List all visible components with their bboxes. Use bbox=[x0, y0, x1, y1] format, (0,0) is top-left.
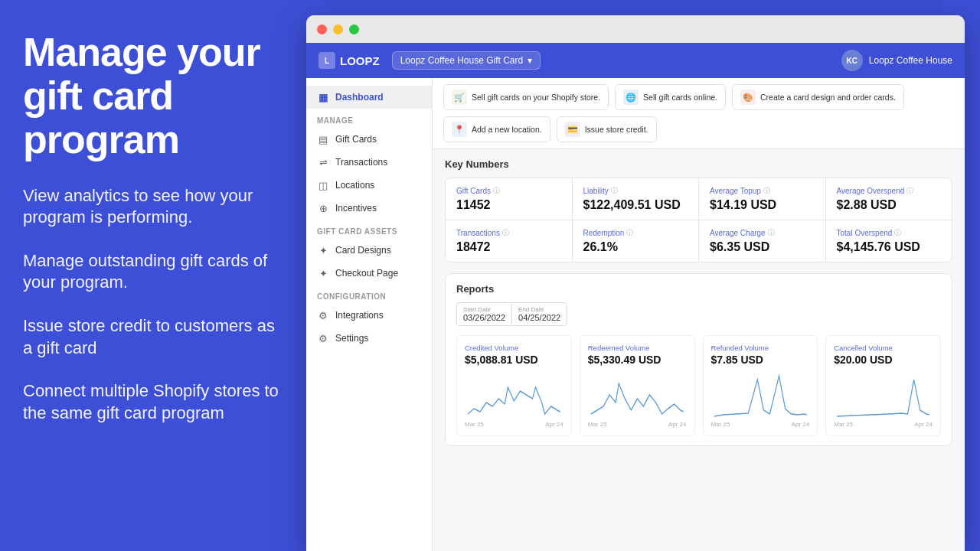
main-layout: ▦ Dashboard Manage ▤ Gift Cards ⇌ Transa… bbox=[306, 78, 965, 551]
kn-value: $2.88 USD bbox=[837, 198, 942, 212]
kn-avg-charge: Average Charge ⓘ $6.35 USD bbox=[699, 220, 825, 262]
kn-label: Redemption ⓘ bbox=[583, 228, 688, 238]
action-btn-label: Sell gift cards online. bbox=[643, 93, 717, 102]
chart-labels: Mar 25 Apr 24 bbox=[465, 421, 564, 428]
kn-value: $4,145.76 USD bbox=[837, 240, 942, 254]
close-dot[interactable] bbox=[317, 24, 327, 34]
sidebar-section-assets: Gift Card Assets bbox=[306, 220, 432, 239]
chart-cancelled-volume: Cancelled Volume $20.00 USD Mar 25 bbox=[825, 335, 941, 436]
kn-label: Gift Cards ⓘ bbox=[456, 186, 561, 196]
issue-credit-button[interactable]: 💳 Issue store credit. bbox=[557, 116, 657, 142]
sidebar-section-manage: Manage bbox=[306, 109, 432, 128]
chart-labels: Mar 25 Apr 24 bbox=[588, 421, 687, 428]
sidebar-item-settings[interactable]: ⚙ Settings bbox=[306, 327, 432, 350]
chart-area bbox=[711, 372, 810, 418]
reports-section: Reports Start Date 03/26/2022 End Date 0… bbox=[445, 273, 952, 446]
avatar: KC bbox=[841, 50, 863, 71]
sell-online-button[interactable]: 🌐 Sell gift cards online. bbox=[615, 84, 726, 110]
feature-item-4: Connect multiple Shopify stores to the s… bbox=[23, 380, 283, 424]
kn-label: Average Overspend ⓘ bbox=[837, 186, 942, 196]
chart-value: $5,088.81 USD bbox=[465, 354, 564, 366]
key-numbers-grid: Gift Cards ⓘ 11452 Liability ⓘ $1 bbox=[445, 178, 952, 262]
start-date-input[interactable]: Start Date 03/26/2022 bbox=[456, 302, 511, 326]
chart-label-left: Mar 25 bbox=[465, 421, 484, 428]
locations-icon: ◫ bbox=[317, 179, 329, 191]
feature-list: View analytics to see how your program i… bbox=[23, 185, 283, 425]
kn-liability: Liability ⓘ $122,409.51 USD bbox=[573, 178, 699, 220]
sidebar-item-label: Checkout Page bbox=[335, 268, 398, 279]
key-numbers-title: Key Numbers bbox=[445, 158, 952, 170]
kn-avg-topup: Average Topup ⓘ $14.19 USD bbox=[699, 178, 825, 220]
left-panel: Manage your gift card program View analy… bbox=[0, 0, 306, 551]
sidebar-item-label: Card Designs bbox=[335, 245, 391, 256]
start-date-value: 03/26/2022 bbox=[463, 313, 505, 322]
kn-gift-cards: Gift Cards ⓘ 11452 bbox=[446, 178, 572, 220]
kn-value: 26.1% bbox=[583, 240, 688, 254]
chart-title: Redeemed Volume bbox=[588, 344, 687, 352]
sidebar-item-locations[interactable]: ◫ Locations bbox=[306, 174, 432, 197]
transactions-icon: ⇌ bbox=[317, 156, 329, 168]
end-date-input[interactable]: End Date 04/25/2022 bbox=[511, 302, 567, 326]
create-design-button[interactable]: 🎨 Create a card design and order cards. bbox=[732, 84, 904, 110]
logo-area: L LOOPZ bbox=[318, 52, 380, 69]
right-panel: L LOOPZ Loopz Coffee House Gift Card ▾ K… bbox=[306, 0, 980, 551]
chart-label-left: Mar 25 bbox=[588, 421, 607, 428]
feature-item-3: Issue store credit to customers as a gif… bbox=[23, 315, 283, 359]
action-buttons-row: 🛒 Sell gift cards on your Shopify store.… bbox=[433, 78, 965, 149]
sidebar-item-dashboard[interactable]: ▦ Dashboard bbox=[306, 86, 432, 109]
sidebar-item-transactions[interactable]: ⇌ Transactions bbox=[306, 151, 432, 174]
dashboard-content: Key Numbers Gift Cards ⓘ 11452 bbox=[433, 149, 965, 455]
logo-icon: L bbox=[318, 52, 335, 69]
sidebar-item-checkout[interactable]: ✦ Checkout Page bbox=[306, 262, 432, 285]
action-btn-label: Issue store credit. bbox=[585, 125, 648, 134]
add-location-button[interactable]: 📍 Add a new location. bbox=[443, 116, 550, 142]
sell-shopify-button[interactable]: 🛒 Sell gift cards on your Shopify store. bbox=[443, 84, 609, 110]
sidebar-item-label: Locations bbox=[335, 180, 374, 191]
charts-grid: Credited Volume $5,088.81 USD Mar 25 bbox=[456, 335, 941, 436]
chart-label-right: Apr 24 bbox=[914, 421, 933, 428]
settings-icon: ⚙ bbox=[317, 332, 329, 344]
kn-value: $122,409.51 USD bbox=[583, 198, 688, 212]
chart-value: $7.85 USD bbox=[711, 354, 810, 366]
kn-value: $6.35 USD bbox=[710, 240, 815, 254]
maximize-dot[interactable] bbox=[349, 24, 359, 34]
chart-labels: Mar 25 Apr 24 bbox=[834, 421, 933, 428]
chart-label-right: Apr 24 bbox=[545, 421, 564, 428]
integrations-icon: ⚙ bbox=[317, 309, 329, 321]
store-selector[interactable]: Loopz Coffee House Gift Card ▾ bbox=[392, 51, 541, 70]
end-date-label: End Date bbox=[518, 306, 560, 313]
chart-area bbox=[834, 372, 933, 418]
sidebar-item-label: Incentives bbox=[335, 203, 377, 214]
sidebar-item-integrations[interactable]: ⚙ Integrations bbox=[306, 304, 432, 327]
chart-refunded-volume: Refunded Volume $7.85 USD Mar 25 bbox=[703, 335, 818, 436]
kn-value: $14.19 USD bbox=[710, 198, 815, 212]
dropdown-icon: ▾ bbox=[528, 55, 532, 66]
chart-label-right: Apr 24 bbox=[668, 421, 687, 428]
chart-value: $20.00 USD bbox=[834, 354, 933, 366]
browser-titlebar bbox=[306, 15, 965, 43]
end-date-value: 04/25/2022 bbox=[518, 313, 560, 322]
chart-labels: Mar 25 Apr 24 bbox=[711, 421, 810, 428]
sidebar-item-card-designs[interactable]: ✦ Card Designs bbox=[306, 239, 432, 262]
sidebar-item-incentives[interactable]: ⊕ Incentives bbox=[306, 197, 432, 220]
minimize-dot[interactable] bbox=[333, 24, 343, 34]
kn-label: Average Topup ⓘ bbox=[710, 186, 815, 196]
chart-title: Refunded Volume bbox=[711, 344, 810, 352]
reports-title: Reports bbox=[456, 283, 941, 295]
online-icon: 🌐 bbox=[623, 90, 639, 105]
chart-label-right: Apr 24 bbox=[792, 421, 810, 428]
chart-redeemed-volume: Redeemed Volume $5,330.49 USD Mar 25 bbox=[580, 335, 695, 436]
kn-transactions: Transactions ⓘ 18472 bbox=[446, 220, 572, 262]
kn-value: 11452 bbox=[456, 198, 561, 212]
top-nav: L LOOPZ Loopz Coffee House Gift Card ▾ K… bbox=[306, 43, 965, 78]
sidebar-item-giftcards[interactable]: ▤ Gift Cards bbox=[306, 128, 432, 151]
sidebar: ▦ Dashboard Manage ▤ Gift Cards ⇌ Transa… bbox=[306, 78, 433, 551]
logo-text: LOOPZ bbox=[340, 54, 380, 67]
chart-area bbox=[588, 372, 687, 418]
sidebar-item-label: Dashboard bbox=[335, 92, 384, 103]
giftcards-icon: ▤ bbox=[317, 133, 329, 145]
credit-icon: 💳 bbox=[565, 122, 580, 137]
sidebar-section-config: Configuration bbox=[306, 285, 432, 304]
kn-avg-overspend: Average Overspend ⓘ $2.88 USD bbox=[826, 178, 952, 220]
location-icon: 📍 bbox=[452, 122, 467, 137]
